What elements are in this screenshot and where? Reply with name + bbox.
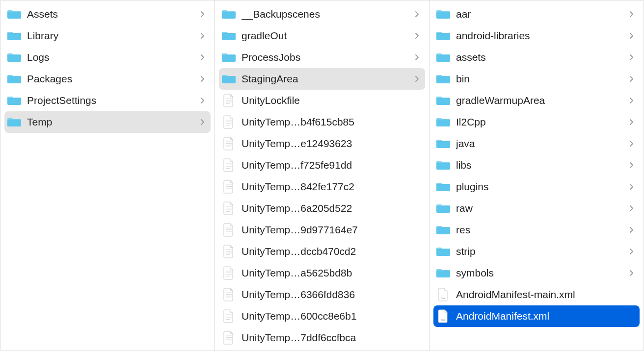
- item-label: Temp: [27, 116, 194, 128]
- item-label: bin: [456, 73, 623, 85]
- item-label: AndroidManifest.xml: [456, 310, 635, 322]
- item-label: UnityLockfile: [242, 95, 420, 106]
- list-item-gradleout[interactable]: gradleOut: [219, 25, 425, 47]
- list-item-plugins[interactable]: plugins: [433, 176, 640, 198]
- file-icon: [222, 94, 236, 107]
- folder-icon: [436, 223, 450, 237]
- xml-file-icon: XML: [436, 288, 450, 301]
- list-item-unitytemp-a5625bd8b[interactable]: UnityTemp…a5625bd8b: [219, 262, 425, 284]
- list-item-unitytemp-6366fdd836[interactable]: UnityTemp…6366fdd836: [219, 284, 425, 305]
- list-item-backupscenes[interactable]: __Backupscenes: [219, 3, 425, 25]
- chevron-right-icon: [414, 54, 420, 60]
- list-item-bin[interactable]: bin: [433, 68, 640, 90]
- file-icon: [222, 115, 236, 129]
- list-item-unitytemp-6a205d522[interactable]: UnityTemp…6a205d522: [219, 198, 425, 219]
- chevron-right-icon: [200, 119, 206, 125]
- item-label: gradleWarmupArea: [456, 95, 623, 106]
- file-icon: [222, 266, 236, 280]
- chevron-right-icon: [200, 11, 206, 17]
- list-item-unitytemp-f725fe91dd[interactable]: UnityTemp…f725fe91dd: [219, 154, 425, 176]
- folder-icon: [222, 50, 236, 64]
- chevron-right-icon: [414, 76, 420, 82]
- folder-icon: [436, 266, 450, 280]
- list-item-unitytemp-dccb470cd2[interactable]: UnityTemp…dccb470cd2: [219, 241, 425, 262]
- item-label: aar: [456, 8, 623, 20]
- list-item-java[interactable]: java: [433, 133, 640, 154]
- folder-icon: [436, 245, 450, 258]
- list-item-android-libraries[interactable]: android-libraries: [433, 25, 640, 47]
- item-label: StagingArea: [242, 73, 408, 85]
- list-item-projectsettings[interactable]: ProjectSettings: [4, 90, 211, 111]
- list-item-symbols[interactable]: symbols: [433, 262, 640, 284]
- file-icon: [222, 158, 236, 172]
- folder-icon: [436, 180, 450, 194]
- folder-icon: [222, 72, 236, 86]
- folder-icon: [436, 7, 450, 21]
- finder-columns: Assets Library Logs Packages ProjectSett…: [0, 0, 644, 351]
- list-item-gradlewarmuparea[interactable]: gradleWarmupArea: [433, 90, 640, 111]
- list-item-libs[interactable]: libs: [433, 154, 640, 176]
- folder-icon: [436, 201, 450, 215]
- chevron-right-icon: [414, 33, 420, 39]
- list-item-unitytemp-7ddf6ccfbca[interactable]: UnityTemp…7ddf6ccfbca: [219, 327, 425, 349]
- chevron-right-icon: [629, 205, 635, 211]
- list-item-aar[interactable]: aar: [433, 3, 640, 25]
- item-label: plugins: [456, 181, 623, 193]
- item-label: gradleOut: [242, 30, 408, 42]
- file-icon: [222, 331, 236, 345]
- item-label: ProcessJobs: [242, 51, 408, 63]
- item-label: UnityTemp…dccb470cd2: [242, 246, 420, 257]
- item-label: UnityTemp…b4f615cb85: [242, 116, 420, 128]
- list-item-unitytemp-b4f615cb85[interactable]: UnityTemp…b4f615cb85: [219, 111, 425, 133]
- xml-file-icon: XML: [436, 309, 450, 323]
- chevron-right-icon: [414, 11, 420, 17]
- list-item-temp[interactable]: Temp: [4, 111, 211, 133]
- list-item-stagingarea[interactable]: StagingArea: [219, 68, 425, 90]
- folder-icon: [222, 7, 236, 21]
- list-item-il2cpp[interactable]: Il2Cpp: [433, 111, 640, 133]
- item-label: res: [456, 224, 623, 236]
- file-icon: [222, 223, 236, 237]
- chevron-right-icon: [629, 76, 635, 82]
- folder-icon: [7, 115, 21, 129]
- chevron-right-icon: [629, 227, 635, 233]
- file-icon: [222, 245, 236, 258]
- item-label: Packages: [27, 73, 194, 85]
- column-2: __Backupscenes gradleOut ProcessJobs Sta…: [215, 0, 429, 351]
- item-label: symbols: [456, 267, 623, 279]
- folder-icon: [436, 94, 450, 107]
- item-label: UnityTemp…a5625bd8b: [242, 267, 420, 279]
- list-item-assets[interactable]: Assets: [4, 3, 211, 25]
- list-item-raw[interactable]: raw: [433, 198, 640, 219]
- list-item-androidmanifest-main-xml[interactable]: XML AndroidManifest-main.xml: [433, 284, 640, 305]
- item-label: UnityTemp…842fe177c2: [242, 181, 420, 193]
- list-item-processjobs[interactable]: ProcessJobs: [219, 47, 425, 68]
- folder-icon: [7, 50, 21, 64]
- file-icon: [222, 309, 236, 323]
- folder-icon: [7, 72, 21, 86]
- list-item-library[interactable]: Library: [4, 25, 211, 47]
- list-item-logs[interactable]: Logs: [4, 47, 211, 68]
- list-item-unitytemp-9d977164e7[interactable]: UnityTemp…9d977164e7: [219, 219, 425, 241]
- item-label: UnityTemp…7ddf6ccfbca: [242, 332, 420, 344]
- folder-icon: [436, 29, 450, 43]
- list-item-unitylockfile[interactable]: UnityLockfile: [219, 90, 425, 111]
- file-icon: [222, 137, 236, 150]
- list-item-packages[interactable]: Packages: [4, 68, 211, 90]
- list-item-strip[interactable]: strip: [433, 241, 640, 262]
- item-label: Il2Cpp: [456, 116, 623, 128]
- chevron-right-icon: [200, 76, 206, 82]
- item-label: Logs: [27, 51, 194, 63]
- list-item-unitytemp-600cc8e6b1[interactable]: UnityTemp…600cc8e6b1: [219, 305, 425, 327]
- list-item-unitytemp-842fe177c2[interactable]: UnityTemp…842fe177c2: [219, 176, 425, 198]
- list-item-unitytemp-e12493623[interactable]: UnityTemp…e12493623: [219, 133, 425, 154]
- list-item-assets[interactable]: assets: [433, 47, 640, 68]
- folder-icon: [436, 115, 450, 129]
- item-label: ProjectSettings: [27, 95, 194, 106]
- list-item-res[interactable]: res: [433, 219, 640, 241]
- list-item-androidmanifest-xml[interactable]: XML AndroidManifest.xml: [433, 305, 640, 327]
- item-label: Library: [27, 30, 194, 42]
- item-label: strip: [456, 246, 623, 257]
- folder-icon: [436, 158, 450, 172]
- folder-icon: [436, 50, 450, 64]
